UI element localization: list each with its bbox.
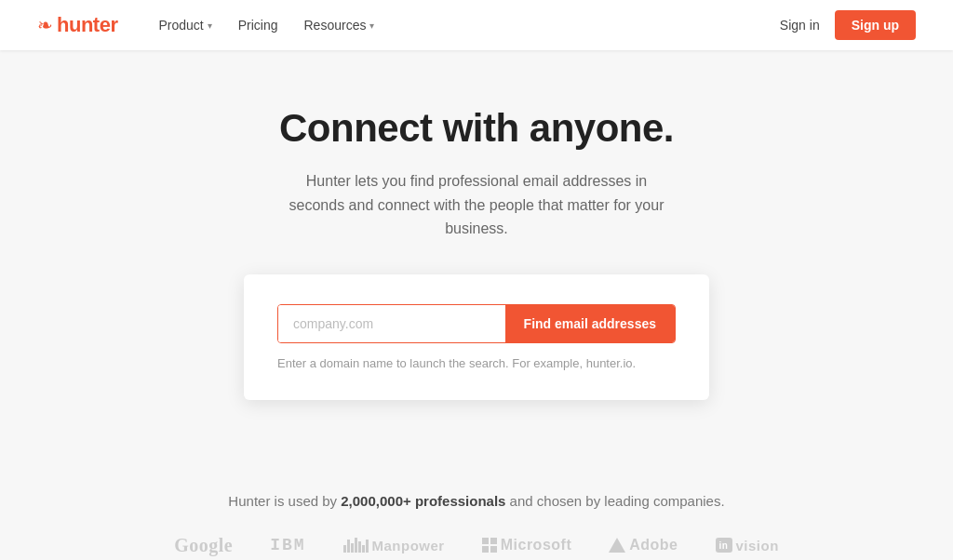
signin-link[interactable]: Sign in [780, 18, 820, 33]
invision-icon: in [716, 538, 732, 553]
hero-subtitle: Hunter lets you find professional email … [281, 169, 672, 241]
company-logos-row: Google IBM Manpower Microsoft [174, 535, 779, 556]
svg-marker-0 [609, 538, 625, 553]
microsoft-logo: Microsoft [482, 537, 572, 553]
social-proof-highlight: 2,000,000+ professionals [341, 493, 505, 509]
signup-button[interactable]: Sign up [835, 10, 916, 40]
adobe-icon [609, 538, 625, 553]
navbar: ❧ hunter Product ▾ Pricing Resources ▾ S… [0, 0, 953, 50]
find-emails-button[interactable]: Find email addresses [505, 305, 675, 342]
google-logo: Google [174, 535, 233, 556]
search-card: Find email addresses Enter a domain name… [244, 274, 709, 400]
hero-section: Connect with anyone. Hunter lets you fin… [0, 50, 953, 493]
nav-resources-label: Resources [304, 18, 367, 33]
social-proof-text: Hunter is used by 2,000,000+ professiona… [228, 493, 724, 509]
invision-logo: in vision [716, 538, 779, 553]
nav-auth: Sign in Sign up [780, 10, 916, 40]
domain-search-input[interactable] [278, 305, 505, 342]
nav-product-label: Product [158, 18, 203, 33]
nav-pricing[interactable]: Pricing [227, 12, 289, 38]
resources-chevron-icon: ▾ [369, 20, 374, 31]
social-proof-section: Hunter is used by 2,000,000+ professiona… [0, 493, 953, 560]
social-proof-suffix: and chosen by leading companies. [505, 493, 724, 509]
logo-icon: ❧ [37, 14, 53, 36]
nav-resources[interactable]: Resources ▾ [293, 12, 386, 38]
nav-pricing-label: Pricing [238, 18, 278, 33]
logo-text: hunter [57, 13, 117, 37]
microsoft-icon [482, 538, 497, 553]
search-row: Find email addresses [277, 304, 676, 343]
logo[interactable]: ❧ hunter [37, 13, 117, 37]
hero-title: Connect with anyone. [279, 106, 674, 151]
search-hint: Enter a domain name to launch the search… [277, 356, 676, 370]
nav-product[interactable]: Product ▾ [147, 12, 222, 38]
social-proof-prefix: Hunter is used by [228, 493, 341, 509]
product-chevron-icon: ▾ [208, 20, 212, 31]
adobe-logo: Adobe [609, 537, 678, 553]
ibm-logo: IBM [270, 536, 305, 554]
nav-links: Product ▾ Pricing Resources ▾ [147, 12, 779, 38]
manpower-logo: Manpower [343, 538, 445, 553]
manpower-icon [343, 538, 369, 553]
